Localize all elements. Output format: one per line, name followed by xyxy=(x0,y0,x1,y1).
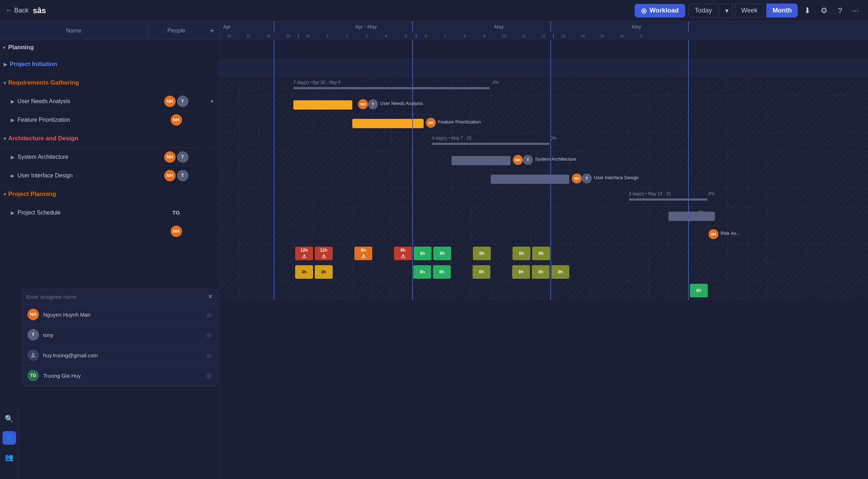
gantt-month-row: Apr Apr - May May May xyxy=(219,21,868,32)
system-arch-bar[interactable] xyxy=(451,156,510,165)
today-button[interactable]: Today xyxy=(688,4,719,17)
workload-row1 xyxy=(0,241,219,259)
assignee-item-nh[interactable]: NH Nguyen Huynh Man ◎ xyxy=(22,304,217,325)
column-headers: Name People + xyxy=(0,21,219,40)
assignee-search-bar: ✕ xyxy=(22,289,217,304)
system-arch-avatar-t[interactable]: T xyxy=(177,151,188,163)
sidebar-bottom-icons: 🔍 👤 👥 xyxy=(0,408,19,479)
assignee-item-tg[interactable]: TG Truong Gia Huy ◎ xyxy=(22,365,217,386)
ui-design-avatar-t[interactable]: T xyxy=(177,170,188,181)
wl-r2-c2: 4h xyxy=(315,265,333,279)
requirements-gathering-title: Requirements Gathering xyxy=(8,79,79,86)
assignee-search-input[interactable] xyxy=(26,294,205,300)
gantt-project-planning-row: 3 day(s) • May 13 - 15 0% xyxy=(219,188,868,207)
user-needs-people-cell: NH T xyxy=(148,96,205,107)
ui-design-bar[interactable] xyxy=(491,175,569,184)
feature-prio-row: ▶ Feature Prioritization NH xyxy=(0,111,219,129)
add-column-button[interactable]: + xyxy=(205,21,219,40)
month-may2: May xyxy=(632,24,641,30)
name-column-header: Name xyxy=(0,21,148,40)
architecture-design-row[interactable]: ▾ Architecture and Design xyxy=(0,129,219,148)
clear-search-icon[interactable]: ✕ xyxy=(208,293,213,301)
wl-r2-c5: 0h xyxy=(473,265,490,279)
system-arch-avatar-nh[interactable]: NH xyxy=(164,151,176,163)
search-sidebar-button[interactable]: 🔍 xyxy=(2,412,16,425)
workload-button[interactable]: ◎ Workload xyxy=(635,4,685,17)
project-planning-title: Project Planning xyxy=(8,191,56,198)
period-dropdown-button[interactable]: ▾ xyxy=(722,4,732,18)
user-needs-bar[interactable] xyxy=(293,100,352,110)
wl-r2-c3: 8h xyxy=(413,265,431,279)
feature-prio-chevron[interactable]: ▶ xyxy=(11,117,15,123)
user-needs-add-cell[interactable]: + xyxy=(205,98,219,105)
user-needs-name-cell: ▶ User Needs Analysis xyxy=(0,98,148,105)
week-sep-3 xyxy=(550,21,551,32)
month-button[interactable]: Month xyxy=(766,4,798,17)
help-button[interactable]: ? xyxy=(834,3,846,18)
project-schedule-tg[interactable]: TG xyxy=(172,210,180,216)
system-arch-name-cell: ▶ System Architecture xyxy=(0,154,148,160)
wl-r1-c3: 6h⚠ xyxy=(354,247,372,260)
more-button[interactable]: ··· xyxy=(849,3,862,18)
system-arch-chevron[interactable]: ▶ xyxy=(11,154,15,160)
settings-button[interactable]: ⚙ xyxy=(817,3,831,18)
project-initiation-chevron: ▶ xyxy=(4,61,7,67)
project-schedule-bar[interactable] xyxy=(668,212,715,221)
assignee-tg-name: Truong Gia Huy xyxy=(43,373,202,379)
left-panel: Name People + ▾ Planning ▶ Project Initi… xyxy=(0,21,219,479)
people-label: People xyxy=(167,27,185,34)
project-initiation-row[interactable]: ▶ Project Initiation xyxy=(0,55,219,74)
people-sidebar-button[interactable]: 👤 xyxy=(2,431,16,445)
nh-extra-row: NH xyxy=(0,222,219,241)
assignee-item-huy[interactable]: huy.truong@gmail.com ◎ xyxy=(22,345,217,365)
assignee-tony-icon: ◎ xyxy=(207,332,212,338)
assignee-tony-avatar: T xyxy=(27,329,39,341)
ui-design-people-cell: NH T xyxy=(148,170,205,181)
download-button[interactable]: ⬇ xyxy=(801,3,814,18)
day-11: 11 xyxy=(514,34,534,38)
day-1: 1 xyxy=(318,34,337,38)
week-button[interactable]: Week xyxy=(735,4,764,17)
gantt-project-initiation-row xyxy=(219,59,868,77)
req-gathering-label: 7 day(s) • Apr 30 - May 6 xyxy=(293,80,340,85)
arch-pct: 0% xyxy=(550,136,556,141)
feature-prio-gantt-avatar-nh: NH xyxy=(426,118,436,128)
week-sep-4 xyxy=(688,21,689,32)
ui-design-gantt-avatar-nh: NH xyxy=(572,173,582,183)
user-needs-avatar-t[interactable]: T xyxy=(177,96,188,107)
ui-design-chevron[interactable]: ▶ xyxy=(11,173,15,178)
system-arch-label: System Architecture xyxy=(17,154,68,160)
nh-extra-avatar[interactable]: NH xyxy=(171,226,182,237)
day-29: 29 xyxy=(278,34,298,38)
ui-design-avatar-nh[interactable]: NH xyxy=(164,170,176,181)
wl-r1-c5: 8h xyxy=(414,247,432,260)
proj-planning-pct: 0% xyxy=(708,191,715,196)
feature-prio-bar[interactable] xyxy=(352,119,424,128)
group-sidebar-button[interactable]: 👥 xyxy=(2,450,16,464)
assignee-huy-avatar xyxy=(27,349,39,361)
gantt-arch-design-row: 4 day(s) • May 7 - 10 0% xyxy=(219,133,868,151)
day-6: 6 xyxy=(416,34,435,38)
user-needs-avatar-nh[interactable]: NH xyxy=(164,96,176,107)
gantt-workload-row1: 12h⚠ 12h⚠ 6h⚠ 6h⚠ 8h 8h 0h 0h 0 xyxy=(219,244,868,263)
wl-r1-c2: 12h⚠ xyxy=(315,247,333,260)
day-13: 13 xyxy=(553,34,573,38)
vline-1 xyxy=(274,40,274,300)
requirements-gathering-row[interactable]: ▾ Requirements Gathering xyxy=(0,74,219,92)
project-schedule-chevron[interactable]: ▶ xyxy=(11,210,15,216)
user-needs-chevron[interactable]: ▶ xyxy=(11,99,15,104)
back-button[interactable]: ← Back xyxy=(6,7,29,14)
user-needs-gantt-avatar-t: T xyxy=(368,99,378,109)
assignee-item-tony[interactable]: T tony ◎ xyxy=(22,325,217,345)
project-planning-chevron: ▾ xyxy=(4,191,6,197)
planning-section[interactable]: ▾ Planning xyxy=(0,40,219,55)
project-schedule-name-cell: ▶ Project Schedule xyxy=(0,210,148,216)
assignee-nh-avatar: NH xyxy=(27,309,39,320)
month-apr-may: Apr - May xyxy=(355,24,377,30)
day-7: 7 xyxy=(435,34,455,38)
project-initiation-title: Project Initiation xyxy=(10,61,57,68)
name-label: Name xyxy=(66,27,81,34)
gantt-workload-row2: 4h 4h 8h 8h 0h 0h 0h 0h xyxy=(219,263,868,281)
feature-prio-avatar-nh[interactable]: NH xyxy=(171,114,182,126)
project-planning-row[interactable]: ▾ Project Planning xyxy=(0,185,219,203)
